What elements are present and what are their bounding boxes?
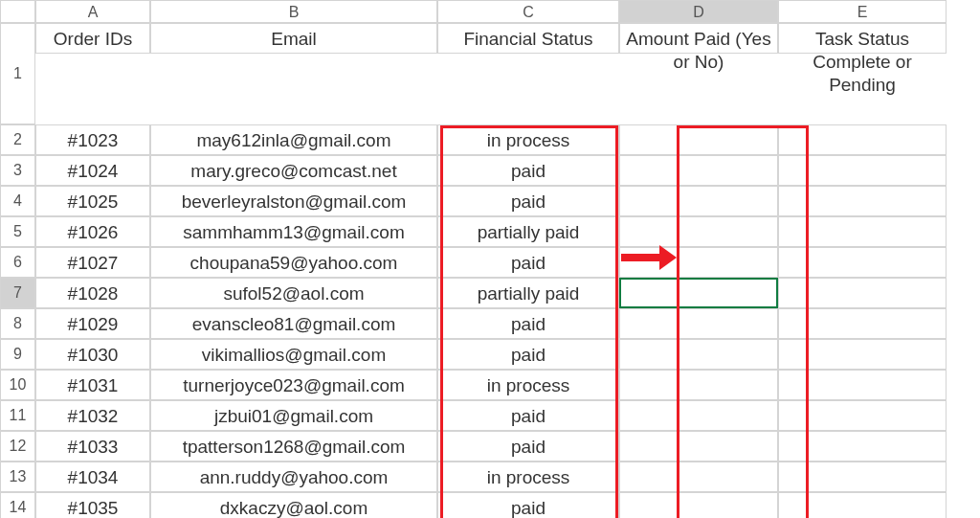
- cell-C8[interactable]: paid: [437, 308, 619, 339]
- cell-D9[interactable]: [619, 339, 778, 370]
- cell-A9[interactable]: #1030: [35, 339, 150, 370]
- header-order-ids[interactable]: Order IDs: [35, 23, 150, 54]
- cell-A10[interactable]: #1031: [35, 370, 150, 400]
- cell-C6[interactable]: paid: [437, 247, 619, 278]
- cell-B7[interactable]: sufol52@aol.com: [150, 278, 437, 308]
- cell-A2[interactable]: #1023: [35, 124, 150, 155]
- cell-E11[interactable]: [778, 400, 947, 431]
- cell-A12[interactable]: #1033: [35, 431, 150, 462]
- cell-C11[interactable]: paid: [437, 400, 619, 431]
- cell-B11[interactable]: jzbui01@gmail.com: [150, 400, 437, 431]
- col-header-C[interactable]: C: [437, 0, 619, 23]
- header-financial-status[interactable]: Financial Status: [437, 23, 619, 54]
- corner-cell[interactable]: [0, 0, 35, 23]
- cell-D12[interactable]: [619, 431, 778, 462]
- cell-A8[interactable]: #1029: [35, 308, 150, 339]
- row-header-10[interactable]: 10: [0, 370, 35, 400]
- cell-E2[interactable]: [778, 124, 947, 155]
- cell-D6[interactable]: [619, 247, 778, 278]
- cell-E6[interactable]: [778, 247, 947, 278]
- cell-E12[interactable]: [778, 431, 947, 462]
- row-header-6[interactable]: 6: [0, 247, 35, 278]
- row-header-2[interactable]: 2: [0, 124, 35, 155]
- cell-E14[interactable]: [778, 492, 947, 518]
- cell-C13[interactable]: in process: [437, 462, 619, 492]
- cell-B14[interactable]: dxkaczy@aol.com: [150, 492, 437, 518]
- col-header-E[interactable]: E: [778, 0, 947, 23]
- spreadsheet-grid: A B C D E 1 Order IDs Email Financial St…: [0, 0, 980, 518]
- cell-B10[interactable]: turnerjoyce023@gmail.com: [150, 370, 437, 400]
- cell-B3[interactable]: mary.greco@comcast.net: [150, 155, 437, 186]
- cell-C14[interactable]: paid: [437, 492, 619, 518]
- cell-E8[interactable]: [778, 308, 947, 339]
- row-header-3[interactable]: 3: [0, 155, 35, 186]
- row-header-8[interactable]: 8: [0, 308, 35, 339]
- row-header-13[interactable]: 13: [0, 462, 35, 492]
- cell-D4[interactable]: [619, 186, 778, 216]
- cell-A14[interactable]: #1035: [35, 492, 150, 518]
- cell-C4[interactable]: paid: [437, 186, 619, 216]
- header-task-status[interactable]: Task Status Complete or Pending: [778, 23, 947, 54]
- cell-C3[interactable]: paid: [437, 155, 619, 186]
- cell-A4[interactable]: #1025: [35, 186, 150, 216]
- cell-B12[interactable]: tpatterson1268@gmail.com: [150, 431, 437, 462]
- cell-E13[interactable]: [778, 462, 947, 492]
- cell-E5[interactable]: [778, 216, 947, 247]
- cell-C10[interactable]: in process: [437, 370, 619, 400]
- cell-A11[interactable]: #1032: [35, 400, 150, 431]
- cell-E4[interactable]: [778, 186, 947, 216]
- row-header-11[interactable]: 11: [0, 400, 35, 431]
- cell-A3[interactable]: #1024: [35, 155, 150, 186]
- row-header-14[interactable]: 14: [0, 492, 35, 518]
- cell-E9[interactable]: [778, 339, 947, 370]
- cell-C7[interactable]: partially paid: [437, 278, 619, 308]
- cell-E3[interactable]: [778, 155, 947, 186]
- cell-B2[interactable]: may612inla@gmail.com: [150, 124, 437, 155]
- cell-B13[interactable]: ann.ruddy@yahoo.com: [150, 462, 437, 492]
- row-header-4[interactable]: 4: [0, 186, 35, 216]
- cell-D3[interactable]: [619, 155, 778, 186]
- row-header-1[interactable]: 1: [0, 23, 35, 124]
- header-email[interactable]: Email: [150, 23, 437, 54]
- col-header-D[interactable]: D: [619, 0, 778, 23]
- header-amount-paid[interactable]: Amount Paid (Yes or No): [619, 23, 778, 54]
- cell-E10[interactable]: [778, 370, 947, 400]
- cell-D8[interactable]: [619, 308, 778, 339]
- cell-D2[interactable]: [619, 124, 778, 155]
- cell-D13[interactable]: [619, 462, 778, 492]
- cell-D5[interactable]: [619, 216, 778, 247]
- cell-B9[interactable]: vikimallios@gmail.com: [150, 339, 437, 370]
- cell-A5[interactable]: #1026: [35, 216, 150, 247]
- cell-B8[interactable]: evanscleo81@gmail.com: [150, 308, 437, 339]
- row-header-12[interactable]: 12: [0, 431, 35, 462]
- cell-C5[interactable]: partially paid: [437, 216, 619, 247]
- row-header-7[interactable]: 7: [0, 278, 35, 308]
- cell-C12[interactable]: paid: [437, 431, 619, 462]
- col-header-A[interactable]: A: [35, 0, 150, 23]
- cell-C2[interactable]: in process: [437, 124, 619, 155]
- cell-D14[interactable]: [619, 492, 778, 518]
- col-header-B[interactable]: B: [150, 0, 437, 23]
- cell-B6[interactable]: choupana59@yahoo.com: [150, 247, 437, 278]
- cell-C9[interactable]: paid: [437, 339, 619, 370]
- cell-B5[interactable]: sammhamm13@gmail.com: [150, 216, 437, 247]
- cell-D11[interactable]: [619, 400, 778, 431]
- row-header-5[interactable]: 5: [0, 216, 35, 247]
- cell-B4[interactable]: beverleyralston@gmail.com: [150, 186, 437, 216]
- cell-A13[interactable]: #1034: [35, 462, 150, 492]
- cell-E7[interactable]: [778, 278, 947, 308]
- cell-A7[interactable]: #1028: [35, 278, 150, 308]
- cell-D7[interactable]: [619, 278, 778, 308]
- row-header-9[interactable]: 9: [0, 339, 35, 370]
- cell-D10[interactable]: [619, 370, 778, 400]
- cell-A6[interactable]: #1027: [35, 247, 150, 278]
